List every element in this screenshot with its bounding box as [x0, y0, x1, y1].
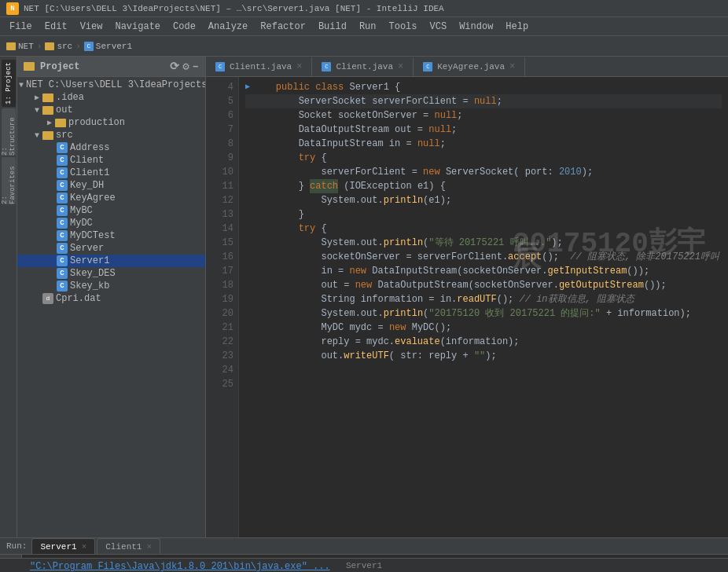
menu-item-code[interactable]: Code [167, 20, 202, 34]
code-line-7: ▶ DataOutputStream out = null; [245, 123, 722, 137]
menu-item-window[interactable]: Window [453, 20, 499, 34]
code-line-15: ▶ System.out.println("等待 20175221 呼叫..."… [245, 236, 722, 250]
tree-item-src[interactable]: ▼ src [17, 129, 205, 141]
mydc-icon: C [57, 218, 68, 229]
sidebar-tab-favorites[interactable]: 2: Favorites [2, 157, 16, 204]
keydh-label: Key_DH [70, 180, 104, 191]
tree-item-mydc[interactable]: C MyDC [17, 217, 205, 229]
keyagree-file-icon: C [423, 62, 432, 72]
out-folder-icon [42, 106, 53, 115]
client1java-file-icon: C [215, 62, 225, 72]
menu-item-help[interactable]: Help [499, 20, 535, 34]
tab-client1java-close[interactable]: × [296, 61, 302, 72]
tree-item-keydh[interactable]: C Key_DH [17, 179, 205, 192]
skeykb-icon: C [57, 280, 68, 292]
tree-item-idea[interactable]: ▶ .idea [17, 91, 205, 104]
keyagree-label: KeyAgree [70, 192, 116, 204]
editor-area: C Client1.java × C Client.java × C KeyAg… [206, 57, 728, 537]
code-line-20: ▶ System.out.println("20175120 收到 201752… [245, 306, 722, 321]
tree-item-mydctest[interactable]: C MyDCTest [17, 229, 205, 242]
code-line-8: ▶ DataInputStream in = null; [245, 137, 722, 151]
tree-item-server1[interactable]: C Server1 [17, 255, 205, 267]
menu-item-tools[interactable]: Tools [383, 20, 424, 34]
tree-item-server[interactable]: C Server [17, 242, 205, 255]
menu-item-run[interactable]: Run [353, 20, 383, 34]
editor-tabs: C Client1.java × C Client.java × C KeyAg… [206, 57, 728, 77]
client1-icon: C [57, 167, 68, 178]
title-bar: N NET [C:\Users\DELL 3\IdeaProjects\NET]… [0, 0, 728, 17]
production-label: production [68, 117, 125, 128]
code-line-10: ▶ serverForClient = new ServerSocket( po… [245, 165, 722, 179]
address-label: Address [70, 142, 109, 153]
production-arrow: ▶ [44, 118, 55, 127]
menu-item-file[interactable]: File [3, 20, 39, 34]
tree-item-mybc[interactable]: C MyBC [17, 204, 205, 217]
breadcrumb-server1[interactable]: C Server1 [84, 42, 132, 51]
server1-icon: C [57, 255, 68, 266]
tab-keyagree-close[interactable]: × [509, 61, 515, 72]
menu-item-navigate[interactable]: Navigate [108, 20, 167, 34]
tree-item-out[interactable]: ▼ out [17, 104, 205, 116]
run-gutter-4[interactable]: ▶ [245, 80, 250, 94]
project-title: Project [40, 61, 79, 72]
src-folder-icon-tree [42, 131, 53, 140]
cpri-icon: d [42, 293, 53, 304]
breadcrumb-net[interactable]: NET [6, 42, 34, 51]
net-folder-icon [6, 42, 16, 50]
client-icon: C [57, 155, 68, 166]
main-layout: 1: Project 2: Structure 2: Favorites Pro… [0, 57, 728, 537]
code-line-23: ▶ out.writeUTF( str: reply + ""); [245, 349, 722, 363]
collapse-icon[interactable]: – [193, 60, 199, 73]
project-header: Project ⟳ ⚙ – [17, 57, 205, 77]
tab-client1java[interactable]: C Client1.java × [206, 57, 312, 76]
tab-clientjava[interactable]: C Client.java × [312, 57, 414, 76]
sidebar-tab-structure[interactable]: 2: Structure [2, 108, 16, 156]
menu-item-edit[interactable]: Edit [39, 20, 74, 34]
code-line-6: ▶ Socket socketOnServer = null; [245, 108, 722, 123]
tree-item-keyagree[interactable]: C KeyAgree [17, 192, 205, 204]
settings-icon[interactable]: ⚙ [182, 60, 189, 73]
menu-item-refactor[interactable]: Refactor [254, 20, 312, 34]
code-line-4: ▶ public class Server1 { [245, 80, 722, 94]
tab-keyagree-label: KeyAgree.java [437, 62, 505, 72]
tab-keyagree[interactable]: C KeyAgree.java × [414, 57, 525, 76]
tree-item-root[interactable]: ▼ NET C:\Users\DELL 3\IdeaProjects\NET [17, 79, 205, 91]
sync-icon[interactable]: ⟳ [170, 60, 179, 73]
tab-client1java-label: Client1.java [230, 62, 292, 72]
breadcrumb-src-label: src [57, 42, 72, 51]
menu-item-view[interactable]: View [74, 20, 109, 34]
idea-folder-icon [42, 94, 53, 102]
code-content[interactable]: 20175120彭宇辰 ▶ public class Server1 { ▶ S… [239, 77, 728, 537]
production-folder-icon [55, 119, 66, 127]
code-line-14: ▶ try { [245, 222, 722, 236]
run-tab-server1[interactable]: Server1 × [31, 538, 95, 554]
tree-item-address[interactable]: C Address [17, 141, 205, 154]
sidebar-tab-project[interactable]: 1: Project [2, 60, 16, 107]
menu-item-vcs[interactable]: VCS [424, 20, 454, 34]
menu-bar: FileEditViewNavigateCodeAnalyzeRefactorB… [0, 17, 728, 36]
server-label: Server [70, 243, 104, 254]
run-label: Run: [3, 540, 30, 552]
server1-label: Server1 [70, 255, 109, 266]
idea-arrow: ▶ [31, 93, 42, 102]
client1-label: Client1 [70, 167, 109, 178]
tree-item-client[interactable]: C Client [17, 154, 205, 167]
menu-item-analyze[interactable]: Analyze [202, 20, 254, 34]
tree-item-cprint[interactable]: d Cpri.dat [17, 292, 205, 305]
code-line-18: ▶ out = new DataOutputStream(socketOnSer… [245, 278, 722, 292]
tree-item-production[interactable]: ▶ production [17, 116, 205, 129]
run-tab-server1-close[interactable]: × [82, 542, 87, 552]
mybc-label: MyBC [70, 205, 93, 216]
run-tabs: Run: Server1 × Client1 × [0, 538, 728, 555]
clientjava-file-icon: C [322, 62, 331, 72]
menu-item-build[interactable]: Build [312, 20, 353, 34]
tree-item-skeykb[interactable]: C Skey_kb [17, 280, 205, 292]
tree-item-client1[interactable]: C Client1 [17, 167, 205, 179]
run-tab-client1[interactable]: Client1 × [97, 538, 160, 554]
tree-item-skeydes[interactable]: C Skey_DES [17, 267, 205, 280]
mybc-icon: C [57, 205, 68, 216]
tab-clientjava-close[interactable]: × [398, 61, 403, 72]
breadcrumb-src[interactable]: src [45, 42, 72, 51]
out-arrow: ▼ [31, 106, 42, 115]
run-tab-client1-close[interactable]: × [146, 542, 152, 552]
